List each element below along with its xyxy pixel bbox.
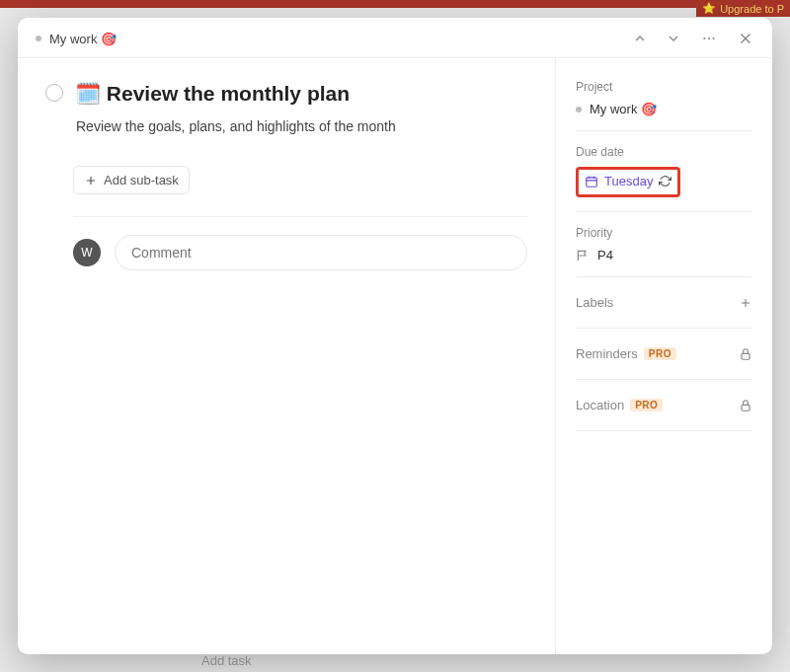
project-color-dot xyxy=(576,107,582,112)
sidebar-project-value: My work 🎯 xyxy=(576,102,752,116)
svg-point-2 xyxy=(713,37,715,39)
breadcrumb[interactable]: My work 🎯 xyxy=(36,32,117,46)
task-detail-modal: My work 🎯 🗓️ Review the monthly pl xyxy=(18,18,772,654)
task-description[interactable]: Review the goals, plans, and highlights … xyxy=(76,118,527,134)
modal-header: My work 🎯 xyxy=(18,18,772,58)
sidebar-project-label: Project xyxy=(576,80,752,94)
svg-rect-14 xyxy=(742,405,750,411)
calendar-icon xyxy=(585,175,598,188)
sidebar-duedate-section[interactable]: Due date Tuesday xyxy=(576,145,752,212)
svg-point-1 xyxy=(708,37,710,39)
sidebar-priority-value: P4 xyxy=(576,248,752,262)
upgrade-banner[interactable]: ⭐ Upgrade to P xyxy=(696,0,790,17)
sidebar-priority-label: Priority xyxy=(576,226,752,240)
sidebar-reminders-section[interactable]: Reminders PRO xyxy=(576,342,752,380)
pro-badge: PRO xyxy=(644,347,676,360)
due-date-chip[interactable]: Tuesday xyxy=(576,167,680,197)
lock-icon xyxy=(739,347,752,361)
sidebar-project-name: My work 🎯 xyxy=(590,102,657,116)
sidebar-duedate-label: Due date xyxy=(576,145,752,159)
task-title-text: Review the monthly plan xyxy=(107,82,350,105)
more-options-button[interactable] xyxy=(699,31,719,46)
sidebar-location-section[interactable]: Location PRO xyxy=(576,394,752,431)
breadcrumb-project: My work 🎯 xyxy=(49,32,117,46)
header-actions xyxy=(632,30,754,47)
comment-input[interactable] xyxy=(115,235,527,270)
prev-task-button[interactable] xyxy=(632,31,648,46)
sidebar-labels-label: Labels xyxy=(576,295,613,310)
plus-icon[interactable] xyxy=(739,296,752,310)
chevron-down-icon xyxy=(666,31,681,46)
avatar: W xyxy=(73,239,101,266)
due-date-text: Tuesday xyxy=(604,174,653,188)
sidebar: Project My work 🎯 Due date Tuesday Prior… xyxy=(555,58,772,654)
title-row: 🗓️ Review the monthly plan xyxy=(45,80,527,107)
plus-icon xyxy=(84,174,98,187)
add-task-background: Add task xyxy=(198,649,256,672)
complete-checkbox[interactable] xyxy=(45,84,63,102)
divider xyxy=(73,216,527,217)
recurring-icon xyxy=(659,175,672,187)
sidebar-priority-section[interactable]: Priority P4 xyxy=(576,226,752,277)
comment-row: W xyxy=(73,235,527,270)
chevron-up-icon xyxy=(632,31,648,46)
flag-icon xyxy=(576,249,590,262)
svg-rect-13 xyxy=(742,353,750,359)
more-horizontal-icon xyxy=(699,31,719,46)
close-icon xyxy=(737,30,754,47)
star-icon: ⭐ xyxy=(702,2,716,15)
next-task-button[interactable] xyxy=(666,31,681,46)
sidebar-location-label: Location xyxy=(576,398,624,412)
task-title[interactable]: 🗓️ Review the monthly plan xyxy=(75,80,350,107)
sidebar-project-section[interactable]: Project My work 🎯 xyxy=(576,80,752,131)
sidebar-labels-section[interactable]: Labels xyxy=(576,291,752,329)
svg-point-0 xyxy=(703,37,705,39)
upgrade-text: Upgrade to P xyxy=(720,3,784,15)
pro-badge: PRO xyxy=(630,399,663,411)
sidebar-reminders-label: Reminders xyxy=(576,346,638,361)
task-emoji: 🗓️ xyxy=(75,82,101,105)
svg-rect-7 xyxy=(587,177,597,186)
modal-body: 🗓️ Review the monthly plan Review the go… xyxy=(18,58,772,654)
close-button[interactable] xyxy=(737,30,754,47)
lock-icon xyxy=(739,399,752,412)
add-subtask-button[interactable]: Add sub-task xyxy=(73,166,190,194)
priority-value-text: P4 xyxy=(597,248,613,262)
main-column: 🗓️ Review the monthly plan Review the go… xyxy=(18,58,555,654)
add-subtask-label: Add sub-task xyxy=(104,173,179,187)
project-color-dot xyxy=(36,36,41,41)
